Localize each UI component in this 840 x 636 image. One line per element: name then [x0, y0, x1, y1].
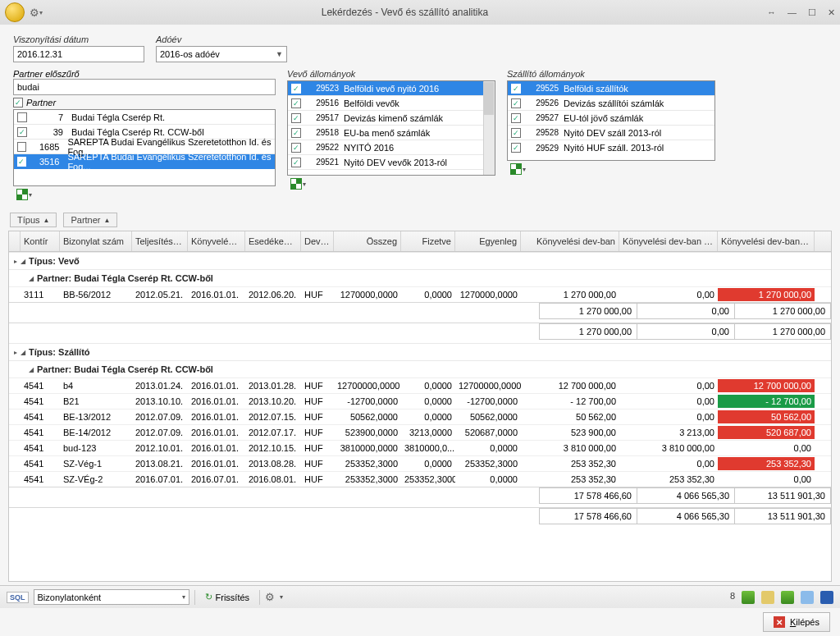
- maximize-icon[interactable]: ☐: [808, 7, 816, 18]
- col-kony[interactable]: Könyvelési ...: [188, 231, 245, 251]
- partner-master-checkbox[interactable]: ✓: [13, 98, 23, 108]
- item-name: Nyitó DEV száll 2013-ról: [564, 128, 661, 138]
- vevo-row[interactable]: ✓29518EU-ba menő számlák: [288, 126, 495, 140]
- refresh-icon: ↻: [205, 592, 212, 602]
- label-adoev: Adóév: [156, 34, 287, 44]
- grid-filter-icon[interactable]: ▾: [13, 187, 35, 202]
- refresh-button[interactable]: ↻ Frissítés: [200, 590, 255, 604]
- item-name: Nyitó DEV vevők 2013-ról: [344, 158, 447, 167]
- grid-filter-icon[interactable]: ▾: [287, 176, 309, 191]
- col-egy[interactable]: Egyenleg: [455, 231, 521, 251]
- label-partner-eloszuro: Partner előszűrő: [13, 69, 276, 79]
- col-kdb[interactable]: Könyvelési dev-ban: [521, 231, 619, 251]
- checkbox[interactable]: [17, 112, 27, 122]
- data-row[interactable]: 4541 SZ-VÉg-2 2016.07.01. 2016.07.01. 20…: [9, 471, 831, 487]
- checkbox[interactable]: ✓: [291, 84, 301, 94]
- group-header[interactable]: ▸ ◢ Típus: Szállító: [9, 343, 831, 360]
- item-id: 29527: [526, 113, 559, 122]
- grid-filter-icon[interactable]: ▾: [507, 162, 529, 176]
- partner-group-header[interactable]: ◢ Partner: Budai Tégla Cserép Rt. CCW-bő…: [9, 269, 831, 286]
- copy-icon[interactable]: [761, 591, 774, 604]
- export-xls-icében[interactable]: [742, 591, 755, 604]
- data-row[interactable]: 4541 B21 2013.10.10. 2016.01.01. 2013.10…: [9, 393, 831, 409]
- viszonyitasi-datum-input[interactable]: [13, 46, 144, 62]
- gear-icon[interactable]: ⚙: [265, 591, 275, 603]
- col-dev[interactable]: Deviza: [301, 231, 334, 251]
- szallito-row[interactable]: ✓29529Nyitó HUF száll. 2013-ról: [508, 140, 714, 155]
- panel-title-partner: Partner: [26, 98, 56, 108]
- szallito-row[interactable]: ✓29527EU-tól jövő számlák: [508, 111, 714, 126]
- vevo-row[interactable]: ✓29523Belföldi vevő nyitó 2016: [288, 81, 495, 96]
- vevo-row[interactable]: ✓29521Nyitó DEV vevők 2013-ról: [288, 155, 495, 170]
- checkbox[interactable]: ✓: [511, 98, 521, 108]
- partner-row[interactable]: 7Budai Tégla Cserép Rt.: [14, 110, 275, 125]
- col-kontir[interactable]: Kontír: [21, 231, 60, 251]
- result-grid[interactable]: Kontír Bizonylat szám Teljesítési d... K…: [8, 231, 832, 582]
- partner-eloszuro-input[interactable]: [13, 79, 276, 95]
- vevo-listbox[interactable]: ✓29523Belföldi vevő nyitó 2016✓29516Belf…: [287, 80, 495, 176]
- col-fiz[interactable]: Fizetve: [401, 231, 455, 251]
- col-esed[interactable]: Esedékesség: [245, 231, 301, 251]
- item-name: Belföldi vevő nyitó 2016: [344, 84, 439, 94]
- groupby-tipus[interactable]: Típus▲: [10, 213, 57, 227]
- partner-group-header[interactable]: ◢ Partner: Budai Tégla Cserép Rt. CCW-bő…: [9, 360, 831, 377]
- scrollbar[interactable]: [483, 81, 495, 175]
- checkbox[interactable]: ✓: [291, 98, 301, 108]
- data-row[interactable]: 4541 BE-13/2012 2012.07.09. 2016.01.01. …: [9, 409, 831, 424]
- szallito-row[interactable]: ✓29525Belföldi szállítók: [508, 81, 714, 96]
- export-icon[interactable]: [781, 591, 794, 604]
- data-row[interactable]: 4541 b4 2013.01.24. 2016.01.01. 2013.01.…: [9, 377, 831, 393]
- mode-select[interactable]: Bizonylatonként▾: [34, 589, 189, 605]
- panel-title-vevo: Vevő állományok: [287, 69, 495, 79]
- szallito-listbox[interactable]: ✓29525Belföldi szállítók✓29526Devizás sz…: [507, 80, 715, 161]
- close-icon[interactable]: ✕: [828, 7, 835, 18]
- data-row[interactable]: 4541 BE-14/2012 2012.07.09. 2016.01.01. …: [9, 424, 831, 440]
- sql-badge[interactable]: SQL: [7, 592, 29, 603]
- gear-icon[interactable]: ⚙: [30, 7, 39, 19]
- app-logo-icon: [5, 2, 25, 22]
- row-count: 8: [730, 591, 735, 604]
- szallito-row[interactable]: ✓29528Nyitó DEV száll 2013-ról: [508, 126, 714, 140]
- save-icon[interactable]: [820, 591, 833, 604]
- exit-button[interactable]: ✕ KKilépésilépés: [763, 612, 830, 632]
- data-row[interactable]: 4541 SZ-Vég-1 2013.08.21. 2016.01.01. 20…: [9, 455, 831, 471]
- checkbox[interactable]: ✓: [17, 157, 26, 167]
- vevo-row[interactable]: ✓29522NYITÓ 2016: [288, 140, 495, 155]
- item-id: 29529: [526, 144, 559, 153]
- checkbox[interactable]: ✓: [511, 84, 521, 94]
- checkbox[interactable]: ✓: [291, 113, 301, 123]
- vevo-row[interactable]: ✓29516Belföldi vevők: [288, 96, 495, 111]
- col-kdbf[interactable]: Könyvelési dev-ban fizetve: [619, 231, 718, 251]
- checkbox[interactable]: [17, 142, 26, 152]
- partner-listbox[interactable]: 7Budai Tégla Cserép Rt.✓39Budai Tégla Cs…: [13, 109, 276, 186]
- close-icon: ✕: [774, 616, 785, 628]
- send-icon[interactable]: [801, 591, 814, 604]
- group-header[interactable]: ▸ ◢ Típus: Vevő: [9, 252, 831, 269]
- col-kdbe[interactable]: Könyvelési dev-ban eg...: [718, 231, 815, 251]
- szallito-row[interactable]: ✓29526Devizás szállítói számlák: [508, 96, 714, 111]
- checkbox[interactable]: ✓: [291, 143, 301, 153]
- checkbox[interactable]: ✓: [511, 128, 521, 138]
- checkbox[interactable]: ✓: [291, 128, 301, 138]
- data-row[interactable]: 4541 bud-123 2012.10.01. 2016.01.01. 201…: [9, 440, 831, 455]
- sync-icon[interactable]: ↔: [767, 7, 776, 18]
- partner-row[interactable]: ✓3516SAREPTA Budai Evangélikus Szereteto…: [14, 154, 275, 169]
- subtotal-row: 17 578 466,60 4 066 565,30 13 511 901,30: [9, 487, 831, 504]
- subtotal-row: 1 270 000,00 0,00 1 270 000,00: [9, 302, 831, 319]
- item-id: 29521: [306, 158, 339, 167]
- checkbox[interactable]: ✓: [291, 158, 301, 167]
- item-name: Belföldi vevők: [344, 98, 399, 108]
- groupby-partner[interactable]: Partner▲: [63, 213, 117, 227]
- checkbox[interactable]: ✓: [17, 127, 27, 137]
- checkbox[interactable]: ✓: [511, 143, 521, 153]
- item-name: EU-tól jövő számlák: [564, 113, 643, 123]
- checkbox[interactable]: ✓: [511, 113, 521, 123]
- vevo-row[interactable]: ✓29517Devizás kimenő számlák: [288, 111, 495, 126]
- col-ossz[interactable]: Összeg: [334, 231, 401, 251]
- minimize-icon[interactable]: —: [788, 7, 797, 18]
- col-telj[interactable]: Teljesítési d...: [132, 231, 188, 251]
- item-id: 29522: [306, 143, 339, 152]
- col-biz[interactable]: Bizonylat szám: [60, 231, 132, 251]
- adoev-select[interactable]: 2016-os adóév ▼: [156, 46, 287, 62]
- data-row[interactable]: 3111 BB-56/2012 2012.05.21. 2016.01.01. …: [9, 286, 831, 302]
